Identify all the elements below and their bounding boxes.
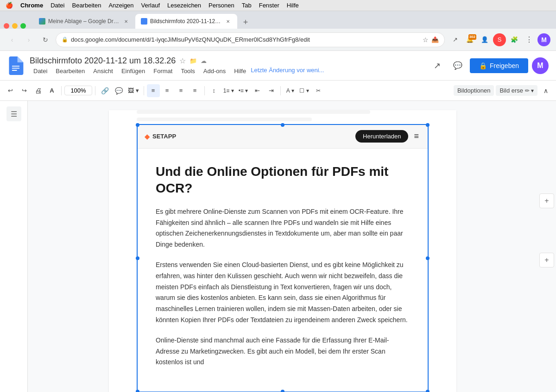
- gdocs-topbar: Bildschirmfoto 2020-11-12 um 18.32.26 ☆ …: [0, 51, 556, 81]
- analytics-icon-btn[interactable]: ↗: [429, 57, 446, 74]
- avatar-initial: M: [541, 36, 547, 44]
- redo-btn[interactable]: ↪: [18, 84, 31, 97]
- gdocs-logo: [7, 56, 24, 75]
- gdocs-paper: ◆ SETAPP Herunterladen ≡ Und die Online …: [109, 110, 456, 392]
- gdocs-top-actions: ↗ 💬 🔒 Freigeben M: [429, 57, 549, 74]
- toolbar-divider-4: [204, 86, 205, 95]
- article-heading: Und die Online Optionen für PDFs mit OCR…: [156, 163, 410, 197]
- notification-icon-btn[interactable]: 🔔 302: [463, 33, 476, 46]
- address-bar[interactable]: 🔒 docs.google.com/document/d/1-iyqcJiMls…: [56, 32, 445, 47]
- insert-comment-btn[interactable]: 💬: [112, 84, 125, 97]
- menu-hilfe[interactable]: Hilfe: [287, 2, 299, 9]
- menu-tab[interactable]: Tab: [242, 2, 252, 9]
- docs-menu-addons[interactable]: Add-ons: [200, 67, 229, 75]
- bildoptionen-btn[interactable]: Bildoptionen: [454, 85, 494, 96]
- menu-fenster[interactable]: Fenster: [259, 2, 279, 9]
- send-to-devices-icon[interactable]: 📤: [431, 36, 439, 43]
- print-btn[interactable]: 🖨: [32, 84, 44, 97]
- zoom-selector[interactable]: 100%: [64, 86, 92, 95]
- tab-docs-close[interactable]: ✕: [224, 18, 232, 25]
- align-right-btn[interactable]: ≡: [175, 84, 188, 97]
- new-tab-btn[interactable]: +: [239, 16, 252, 29]
- decrease-indent-btn[interactable]: ⇤: [251, 84, 264, 97]
- docs-menu-ansicht[interactable]: Ansicht: [89, 67, 117, 75]
- toolbar-divider-2: [95, 86, 95, 95]
- chrome-addressbar: ‹ › ↻ 🔒 docs.google.com/document/d/1-iyq…: [0, 29, 556, 51]
- undo-btn[interactable]: ↩: [4, 84, 17, 97]
- gdocs-main: ☰: [0, 101, 556, 392]
- numbered-list-btn[interactable]: 1≡ ▾: [221, 84, 236, 97]
- docs-menu-bearbeiten[interactable]: Bearbeiten: [52, 67, 88, 75]
- article-paragraph-3: Online-Dienste sind manchmal auch eine F…: [156, 335, 410, 368]
- align-justify-btn[interactable]: ≡: [189, 84, 202, 97]
- docs-menu-einfuegen[interactable]: Einfügen: [118, 67, 149, 75]
- star-icon[interactable]: ☆: [179, 56, 186, 65]
- back-btn[interactable]: ‹: [6, 33, 19, 46]
- menu-lesezeichen[interactable]: Lesezeichen: [167, 2, 201, 9]
- comments-icon-btn[interactable]: 💬: [449, 57, 466, 74]
- avatar-m-initial: M: [537, 62, 543, 70]
- edit-icon: ✏ ▾: [525, 87, 534, 94]
- border-color-btn[interactable]: ☐ ▾: [297, 84, 310, 97]
- refresh-btn[interactable]: ↻: [39, 33, 52, 46]
- tab-drive[interactable]: Meine Ablage – Google Drive ✕: [33, 14, 135, 29]
- extensions-icon-btn[interactable]: 🧩: [508, 33, 521, 46]
- setapp-menu-icon[interactable]: ≡: [412, 131, 421, 141]
- menu-bearbeiten[interactable]: Bearbeiten: [72, 2, 101, 9]
- setapp-download-btn[interactable]: Herunterladen: [355, 130, 408, 143]
- app-name-label: Chrome: [20, 2, 43, 9]
- bild-erse-label: Bild erse: [499, 87, 523, 94]
- apple-menu-icon[interactable]: 🍎: [6, 2, 13, 9]
- share-button[interactable]: 🔒 Freigeben: [470, 58, 528, 73]
- close-window-btn[interactable]: [4, 23, 9, 29]
- profile-icon-btn[interactable]: 👤: [478, 33, 491, 46]
- align-left-btn[interactable]: ≡: [147, 84, 160, 97]
- docs-menu-format[interactable]: Format: [150, 67, 176, 75]
- insert-link-btn[interactable]: 🔗: [98, 84, 111, 97]
- lock-icon: 🔒: [62, 37, 68, 43]
- bild-erse-btn[interactable]: Bild erse ✏ ▾: [496, 85, 537, 96]
- setapp-logo-text: SETAPP: [152, 133, 176, 140]
- menu-datei[interactable]: Datei: [51, 2, 64, 9]
- docs-menu-hilfe[interactable]: Hilfe: [230, 67, 250, 75]
- chrome-tabbar: Meine Ablage – Google Drive ✕ Bildschirm…: [0, 11, 556, 29]
- bulleted-list-btn[interactable]: •≡ ▾: [237, 84, 250, 97]
- lock-share-icon: 🔒: [479, 62, 487, 69]
- bookmark-star-icon[interactable]: ☆: [423, 36, 429, 44]
- forward-btn[interactable]: ›: [22, 33, 35, 46]
- notification-badge: 302: [468, 34, 476, 40]
- article-paragraph-1: Es gibt mehrere Online-Dienste zum Scann…: [156, 206, 410, 250]
- paint-format-btn[interactable]: A: [45, 84, 58, 97]
- menu-anzeigen[interactable]: Anzeigen: [108, 2, 133, 9]
- add-comment-btn[interactable]: +: [539, 193, 554, 208]
- minimize-window-btn[interactable]: [12, 23, 18, 29]
- gdocs-content[interactable]: ◆ SETAPP Herunterladen ≡ Und die Online …: [28, 101, 537, 392]
- outline-icon[interactable]: ☰: [6, 106, 21, 121]
- setapp-icon-btn[interactable]: S: [493, 33, 506, 46]
- last-change-label[interactable]: Letzte Änderung vor weni...: [251, 67, 324, 75]
- docs-menu-tools[interactable]: Tools: [177, 67, 198, 75]
- chrome-user-avatar[interactable]: M: [537, 33, 550, 46]
- more-options-icon-btn[interactable]: ⋮: [523, 33, 536, 46]
- maximize-window-btn[interactable]: [20, 23, 26, 29]
- increase-indent-btn[interactable]: ⇥: [265, 84, 278, 97]
- image-container[interactable]: ◆ SETAPP Herunterladen ≡ Und die Online …: [137, 124, 429, 392]
- menu-verlauf[interactable]: Verlauf: [141, 2, 160, 9]
- highlight-color-btn[interactable]: A ▾: [284, 84, 297, 97]
- folder-icon[interactable]: 📁: [190, 57, 197, 64]
- menu-personen[interactable]: Personen: [208, 2, 234, 9]
- gdocs-user-avatar[interactable]: M: [532, 57, 549, 74]
- insert-image-btn[interactable]: 🖼 ▾: [126, 84, 141, 97]
- tab-docs[interactable]: Bildschirmfoto 2020-11-12 um... ✕: [135, 14, 237, 29]
- collapse-toolbar-btn[interactable]: ∧: [539, 84, 552, 97]
- tab-drive-close[interactable]: ✕: [122, 18, 130, 25]
- trending-icon-btn[interactable]: ↗: [449, 33, 461, 46]
- crop-btn[interactable]: ✂: [312, 84, 325, 97]
- line-spacing-btn[interactable]: ↕: [208, 84, 221, 97]
- docs-favicon: [141, 18, 147, 25]
- cloud-icon[interactable]: ☁: [201, 57, 207, 64]
- docs-menu-datei[interactable]: Datei: [30, 67, 51, 75]
- share-label: Freigeben: [490, 62, 519, 69]
- align-center-btn[interactable]: ≡: [161, 84, 174, 97]
- expand-btn[interactable]: +: [539, 253, 554, 268]
